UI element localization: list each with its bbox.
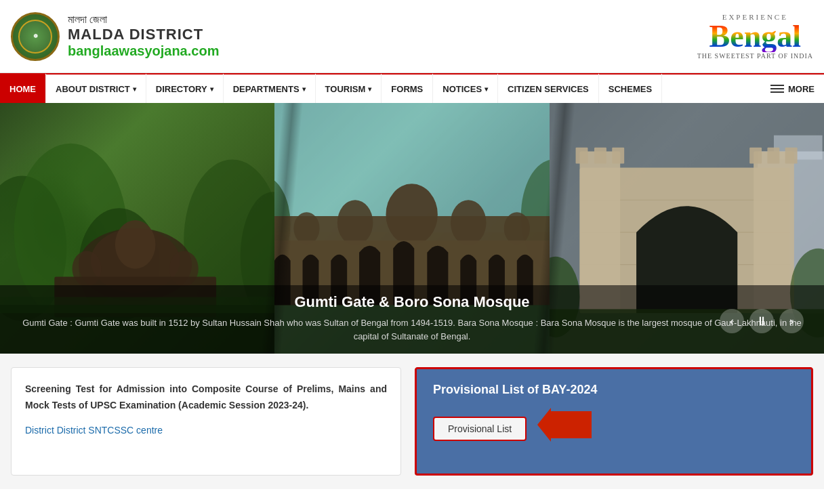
content-section: Screening Test for Admission into Compos… xyxy=(0,354,824,489)
chevron-down-icon: ▾ xyxy=(485,85,488,93)
svg-point-22 xyxy=(504,212,530,245)
svg-rect-41 xyxy=(785,148,797,164)
chevron-down-icon: ▾ xyxy=(302,85,306,93)
hero-title: Gumti Gate & Boro Sona Mosque xyxy=(14,293,810,311)
nav-more-button[interactable]: MORE xyxy=(761,74,824,104)
nav-item-tourism[interactable]: TOURISM ▾ xyxy=(316,74,382,104)
hero-overlay: Gumti Gate & Boro Sona Mosque Gumti Gate… xyxy=(0,285,824,354)
svg-point-19 xyxy=(337,200,373,245)
nav-label-about: ABOUT DISTRICT xyxy=(56,84,130,94)
provisional-title: Provisional List of BAY-2024 xyxy=(433,383,795,397)
district-link[interactable]: District District SNTCSSC centre xyxy=(25,425,387,436)
english-title: MALDA DISTRICT xyxy=(68,26,219,43)
svg-rect-37 xyxy=(594,148,606,164)
svg-point-21 xyxy=(294,212,320,245)
nav-label-citizen-services: CITIZEN SERVICES xyxy=(508,84,589,94)
provisional-list-button[interactable]: Provisional List xyxy=(433,417,527,441)
slider-controls: ‹ ⏸ › xyxy=(720,309,804,333)
nav-label-home: HOME xyxy=(9,84,36,94)
nav-item-directory[interactable]: DIRECTORY ▾ xyxy=(146,74,224,104)
svg-rect-36 xyxy=(575,148,588,164)
bengal-tagline-text: THE SWEETEST PART OF INDIA xyxy=(697,52,813,60)
svg-rect-40 xyxy=(767,148,779,164)
nav-more-label: MORE xyxy=(788,84,815,94)
svg-marker-45 xyxy=(537,408,592,442)
chevron-down-icon: ▾ xyxy=(368,85,371,93)
emblem-text: ☸ xyxy=(33,33,38,39)
nav-item-about[interactable]: ABOUT DISTRICT ▾ xyxy=(46,74,146,104)
nav-label-tourism: TOURISM xyxy=(325,84,366,94)
nav-item-forms[interactable]: FORMS xyxy=(382,74,433,104)
navbar: HOME ABOUT DISTRICT ▾ DIRECTORY ▾ DEPART… xyxy=(0,73,824,103)
nav-label-directory: DIRECTORY xyxy=(156,84,207,94)
hamburger-icon xyxy=(770,85,784,93)
nav-label-departments: DEPARTMENTS xyxy=(233,84,300,94)
nav-item-citizen-services[interactable]: CITIZEN SERVICES xyxy=(498,74,599,104)
header: ☸ মালদা জেলা MALDA DISTRICT banglaawasyo… xyxy=(0,0,824,73)
nav-item-home[interactable]: HOME xyxy=(0,74,46,104)
svg-point-20 xyxy=(451,200,487,245)
right-card: Provisional List of BAY-2024 Provisional… xyxy=(415,367,813,476)
svg-point-18 xyxy=(386,184,438,245)
district-emblem: ☸ xyxy=(11,12,60,61)
nav-label-forms: FORMS xyxy=(391,84,423,94)
arrow-svg xyxy=(537,408,592,442)
bengal-main-text: Bengal xyxy=(709,21,801,52)
left-card: Screening Test for Admission into Compos… xyxy=(11,367,401,476)
svg-rect-39 xyxy=(749,148,762,164)
svg-point-7 xyxy=(115,220,156,269)
chevron-down-icon: ▾ xyxy=(133,85,136,93)
chevron-down-icon: ▾ xyxy=(210,85,213,93)
nav-label-schemes: SCHEMES xyxy=(609,84,652,94)
slider-prev-button[interactable]: ‹ xyxy=(720,309,744,333)
hero-slider: Gumti Gate & Boro Sona Mosque Gumti Gate… xyxy=(0,103,824,354)
header-right: EXPERIENCE Bengal THE SWEETEST PART OF I… xyxy=(697,13,813,60)
emblem-inner: ☸ xyxy=(18,20,52,54)
nav-label-notices: NOTICES xyxy=(442,84,482,94)
hindi-title: মালদা জেলা xyxy=(68,14,219,26)
provisional-btn-row: Provisional List xyxy=(433,408,795,449)
slider-next-button[interactable]: › xyxy=(779,309,804,333)
screening-text-bold: Screening Test for Admission into Compos… xyxy=(25,383,387,411)
red-arrow-icon xyxy=(537,408,592,449)
header-title-block: মালদা জেলা MALDA DISTRICT banglaawasyoja… xyxy=(68,14,219,59)
bengal-logo: EXPERIENCE Bengal THE SWEETEST PART OF I… xyxy=(697,13,813,60)
header-left: ☸ মালদা জেলা MALDA DISTRICT banglaawasyo… xyxy=(11,12,219,61)
nav-item-schemes[interactable]: SCHEMES xyxy=(599,74,662,104)
website-url[interactable]: banglaawasyojana.com xyxy=(68,43,219,59)
nav-item-departments[interactable]: DEPARTMENTS ▾ xyxy=(224,74,316,104)
nav-item-notices[interactable]: NOTICES ▾ xyxy=(433,74,498,104)
slider-pause-button[interactable]: ⏸ xyxy=(749,309,774,333)
svg-rect-38 xyxy=(612,148,624,164)
hero-description: Gumti Gate : Gumti Gate was built in 151… xyxy=(14,316,810,343)
left-card-text: Screening Test for Admission into Compos… xyxy=(25,381,387,414)
